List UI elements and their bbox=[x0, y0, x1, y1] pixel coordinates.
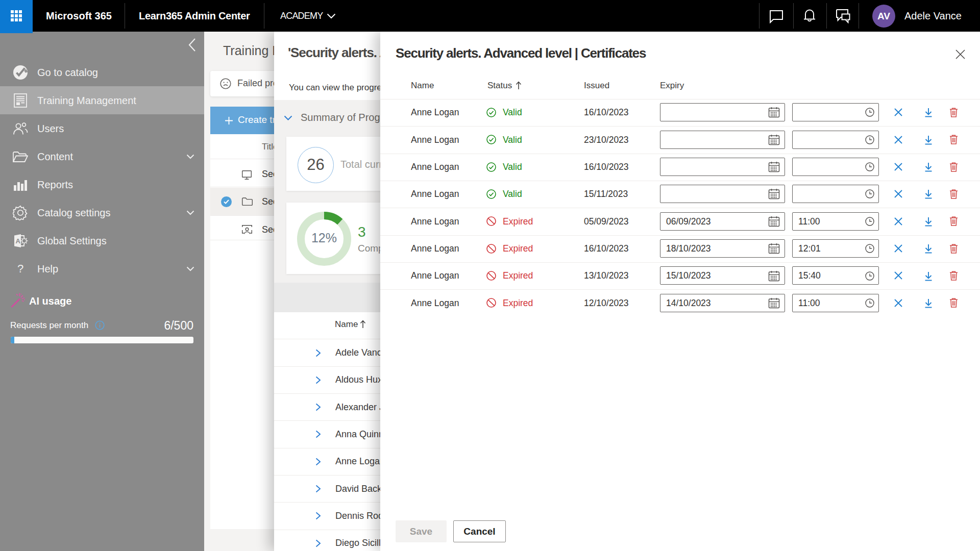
svg-text:A: A bbox=[16, 237, 21, 245]
